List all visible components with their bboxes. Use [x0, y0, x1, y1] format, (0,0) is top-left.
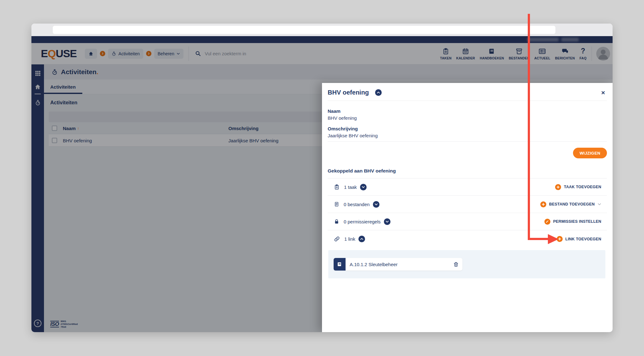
field-value: BHV oefening: [328, 115, 607, 121]
field-value: Jaarlijkse BHV oefening: [328, 133, 607, 138]
plus-icon: [555, 184, 561, 190]
add-task-button[interactable]: TAAK TOEVOEGEN: [555, 184, 601, 190]
linked-row-taken: 1 taak TAAK TOEVOEGEN: [328, 178, 607, 196]
screenshot-stage: EQUSE Activiteiten: [0, 0, 644, 356]
browser-window: EQUSE Activiteiten: [31, 24, 613, 332]
linked-row-bestanden: 0 bestanden BESTAND TOEVOEGEN: [328, 196, 607, 213]
detail-panel: BHV oefening × Naam BHV oefening Omschri…: [322, 83, 613, 332]
browser-chrome: [31, 24, 613, 36]
expand-chevron-down-icon[interactable]: [373, 201, 379, 208]
annotation-arrow-line: [528, 238, 548, 240]
linked-document-title: A.10.1.2 Sleutelbeheer: [350, 262, 398, 267]
linked-row-permissieregels: 0 permissieregels PERMISSIES INSTELLEN: [328, 213, 607, 230]
linked-section-heading: Gekoppeld aan BHV oefening: [328, 168, 607, 174]
action-label: TAAK TOEVOEGEN: [564, 185, 601, 189]
plus-icon: [540, 201, 546, 207]
edit-button[interactable]: WIJZIGEN: [573, 148, 607, 158]
field-label: Naam: [328, 108, 607, 114]
panel-divider: [328, 141, 607, 142]
linked-row-links: 1 link LINK TOEVOEGEN: [328, 230, 607, 248]
file-icon: [334, 201, 339, 207]
collapse-panel-button[interactable]: [375, 89, 382, 96]
linked-count-label: 1 link: [344, 236, 355, 242]
link-icon: [334, 236, 340, 242]
linked-document-card[interactable]: A.10.1.2 Sleutelbeheer: [334, 258, 462, 271]
set-permissions-button[interactable]: PERMISSIES INSTELLEN: [544, 219, 601, 225]
app-page: EQUSE Activiteiten: [31, 36, 613, 332]
chevron-down-icon: [598, 203, 601, 205]
annotation-arrow-line: [528, 14, 530, 240]
expand-chevron-down-icon[interactable]: [360, 184, 367, 190]
panel-actions: WIJZIGEN: [328, 148, 607, 158]
panel-title: BHV oefening: [328, 89, 369, 96]
linked-count-label: 0 permissieregels: [344, 219, 381, 224]
address-bar[interactable]: [53, 26, 555, 34]
book-icon: [334, 258, 346, 271]
linked-count-label: 0 bestanden: [344, 202, 370, 207]
action-label: BESTAND TOEVOEGEN: [549, 202, 595, 206]
action-label: PERMISSIES INSTELLEN: [553, 219, 601, 224]
close-icon[interactable]: ×: [601, 89, 605, 96]
linked-count-label: 1 taak: [344, 184, 357, 190]
annotation-arrow-head: [548, 234, 559, 244]
add-link-button[interactable]: LINK TOEVOEGEN: [557, 236, 601, 242]
collapse-chevron-up-icon[interactable]: [358, 236, 365, 242]
panel-header: BHV oefening ×: [328, 83, 607, 96]
panel-divider: [328, 101, 607, 101]
field-label: Omschrijving: [328, 126, 607, 131]
add-file-button[interactable]: BESTAND TOEVOEGEN: [540, 201, 601, 207]
clipboard-icon: [334, 184, 340, 190]
lock-icon: [334, 218, 339, 225]
pencil-icon: [544, 219, 550, 225]
expanded-links-area: A.10.1.2 Sleutelbeheer: [328, 250, 605, 278]
trash-icon[interactable]: [453, 261, 459, 267]
action-label: LINK TOEVOEGEN: [565, 237, 601, 241]
expand-chevron-down-icon[interactable]: [384, 218, 390, 225]
